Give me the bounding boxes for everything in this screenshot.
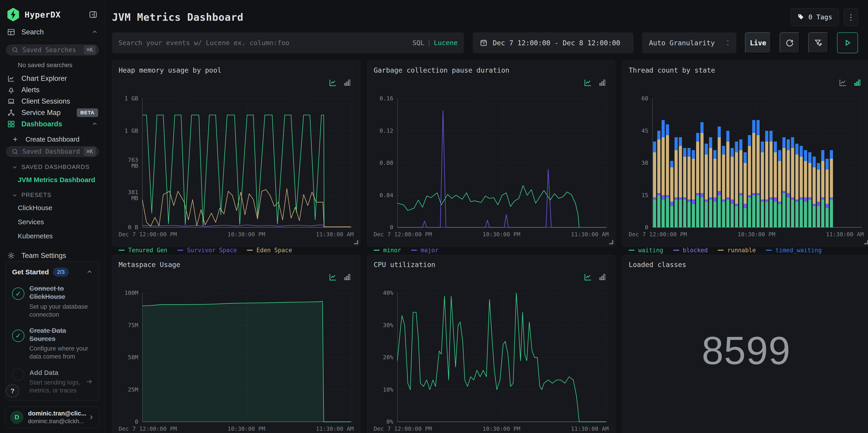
legend-item[interactable]: Survivor Space [177, 247, 237, 254]
granularity-select[interactable]: Auto Granularity [642, 32, 736, 53]
legend-item[interactable]: timed_waiting [766, 247, 822, 254]
filter-edit-icon [814, 38, 823, 48]
task-create-data-sources[interactable]: ✓ Create Data Sources Configure where yo… [12, 327, 93, 361]
bar-chart-toggle-icon[interactable] [343, 78, 352, 87]
hyperdx-logo-icon [7, 8, 20, 22]
chevron-up-icon [91, 121, 98, 127]
plot [142, 99, 352, 227]
line-chart-toggle-icon[interactable] [328, 78, 338, 87]
get-started-card: Get Started 2/3 ✓ Connect to ClickHouse … [5, 261, 99, 401]
legend-item[interactable]: minor [374, 247, 401, 254]
sidebar-item-jvm-metrics-dashboard[interactable]: JVM Metrics Dashboard [0, 173, 105, 187]
sidebar-item-clickhouse[interactable]: ClickHouse [0, 201, 105, 215]
panel-head: CPU utilization [374, 261, 609, 282]
y-axis: 40%30%20%10%0% [374, 293, 396, 422]
page-title: JVM Metrics Dashboard [112, 11, 243, 23]
chevron-down-icon [12, 192, 18, 198]
section-header-label: SAVED DASHBOARDS [22, 163, 90, 171]
legend-label: waiting [638, 247, 663, 254]
user-menu[interactable]: D dominic.tran@clic... dominic.tran@clic… [5, 407, 99, 428]
sidebar-item-chart-explorer[interactable]: Chart Explorer [0, 73, 105, 84]
calendar-icon [479, 39, 488, 47]
section-header-label: PRESETS [22, 191, 52, 198]
sidebar-item-dashboards[interactable]: Dashboards [0, 118, 105, 130]
presets-section-header[interactable]: PRESETS [0, 187, 105, 201]
resize-handle[interactable] [864, 240, 868, 244]
sidebar-item-kubernetes[interactable]: Kubernetes [0, 229, 105, 243]
sidebar-item-search[interactable]: Search [0, 26, 105, 38]
legend-item[interactable]: Eden Space [247, 247, 292, 254]
play-icon [843, 38, 852, 48]
bar-chart-toggle-icon[interactable] [598, 273, 607, 282]
task-title: Add Data [29, 369, 81, 377]
task-add-data[interactable]: Add Data Start sending logs, metrics, or… [12, 369, 93, 395]
chart-area: 604530150 [629, 99, 864, 227]
x-tick-label: 10:30:00 PM [227, 231, 265, 238]
bar-chart-toggle-icon[interactable] [598, 78, 607, 87]
line-chart-toggle-icon[interactable] [583, 78, 593, 87]
sidebar-item-label: Alerts [22, 86, 98, 94]
tags-button[interactable]: 0 Tags [791, 8, 839, 26]
line-chart-toggle-icon[interactable] [838, 78, 848, 87]
saved-dashboards-input[interactable]: Saved Dashboards ⌘K [6, 146, 99, 157]
help-button[interactable]: ? [6, 384, 19, 398]
chevron-up-icon[interactable] [86, 269, 93, 275]
refresh-button[interactable] [780, 32, 800, 53]
date-range-picker[interactable]: Dec 7 12:00:00 - Dec 8 12:00:00 [473, 32, 633, 53]
y-tick-label: 25M [119, 386, 138, 393]
filter-button[interactable] [808, 32, 828, 53]
sidebar-item-services[interactable]: Services [0, 215, 105, 229]
legend-item[interactable]: waiting [629, 247, 663, 254]
y-tick-label: 0 B [119, 224, 138, 230]
legend-item[interactable]: Tenured Gen [119, 247, 167, 254]
saved-dashboards-section-header[interactable]: SAVED DASHBOARDS [0, 159, 105, 173]
y-tick-label: 0 [374, 224, 393, 230]
sidebar-item-client-sessions[interactable]: Client Sessions [0, 96, 105, 107]
task-connect-clickhouse[interactable]: ✓ Connect to ClickHouse Set up your data… [12, 284, 93, 319]
service-map-icon [7, 109, 16, 117]
create-dashboard-button[interactable]: Create Dashboard [0, 134, 105, 144]
bar-chart-toggle-icon[interactable] [853, 78, 862, 87]
sidebar-item-service-map[interactable]: Service Map BETA [0, 107, 105, 118]
bar-chart-toggle-icon[interactable] [343, 273, 352, 282]
resize-handle[interactable] [609, 240, 613, 244]
saved-searches-input[interactable]: Saved Searches ⌘K [6, 44, 99, 56]
legend-item[interactable]: blocked [673, 247, 708, 254]
event-search-input[interactable] [118, 39, 408, 47]
resize-handle[interactable] [354, 240, 358, 244]
x-tick-label: 11:30:00 AM [571, 426, 609, 432]
x-tick-label: Dec 7 12:00:00 PM [119, 426, 177, 432]
chart-type-toggles [583, 78, 607, 87]
shortcut-badge: ⌘K [84, 45, 96, 54]
y-tick-label: 381 MB [119, 189, 138, 201]
panel-menu-button[interactable]: ⋮ [844, 8, 858, 26]
line-chart-toggle-icon[interactable] [583, 273, 593, 282]
sidebar-item-alerts[interactable]: Alerts [0, 84, 105, 96]
live-button[interactable]: Live [745, 32, 771, 53]
panel-head: Metaspace Usage [119, 261, 353, 282]
panel-head: Loaded classes [629, 261, 864, 269]
legend-label: minor [383, 247, 401, 254]
legend-swatch-icon [374, 250, 379, 251]
saved-dashboards-placeholder: Saved Dashboards [22, 148, 80, 155]
event-search-box[interactable]: SQL|Lucene [112, 32, 464, 53]
line-chart-toggle-icon[interactable] [328, 273, 338, 282]
query-language-toggle[interactable]: SQL|Lucene [412, 39, 458, 47]
legend-item[interactable]: runnable [718, 247, 756, 254]
task-desc: Set up your database connection [29, 303, 93, 319]
magnifier-icon [11, 46, 19, 54]
x-axis-labels: Dec 7 12:00:00 PM10:30:00 PM11:30:00 AM [629, 231, 864, 238]
legend-swatch-icon [629, 250, 634, 251]
x-tick-label: 10:30:00 PM [738, 231, 775, 238]
chevron-down-icon [12, 164, 18, 170]
y-tick-label: 45 [629, 128, 648, 134]
sidebar-item-label: Team Settings [22, 252, 98, 260]
legend-item[interactable]: major [411, 247, 438, 254]
run-query-button[interactable] [837, 32, 858, 53]
panel-title: Metaspace Usage [119, 261, 180, 269]
gear-icon [7, 251, 16, 260]
sidebar-item-team-settings[interactable]: Team Settings [0, 250, 105, 261]
plus-icon [11, 135, 20, 144]
sidebar-collapse-icon[interactable] [88, 9, 98, 20]
task-title: Create Data Sources [29, 327, 93, 343]
